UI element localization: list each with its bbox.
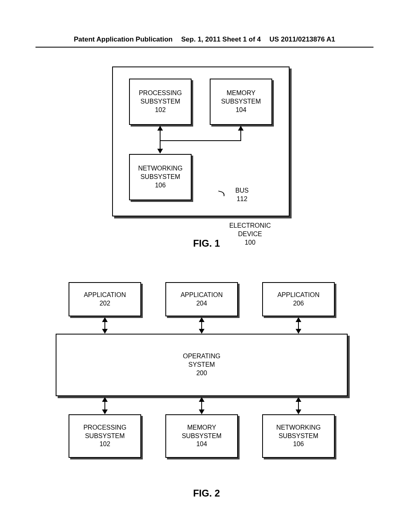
networking-ref-num: 106 — [155, 181, 166, 190]
processing-subsystem-102-box: PROCESSING SUBSYSTEM 102 — [69, 414, 141, 458]
sub3-ref-num: 106 — [293, 440, 304, 449]
arrowhead-icon — [199, 397, 204, 402]
app2-label: APPLICATION — [181, 291, 223, 299]
arrowhead-icon — [296, 329, 301, 334]
memory-ref-num: 104 — [236, 106, 246, 114]
os-label-2: SYSTEM — [188, 361, 215, 369]
networking-subsystem-106-box: NETWORKING SUBSYSTEM 106 — [262, 414, 335, 458]
os-label-1: OPERATING — [183, 352, 220, 361]
os-ref-num: 200 — [196, 369, 207, 378]
arrowhead-icon — [102, 397, 108, 402]
networking-subsystem-box: NETWORKING SUBSYSTEM 106 — [129, 154, 192, 200]
sub2-ref-num: 104 — [196, 440, 207, 449]
device-text-2: DEVICE — [238, 231, 262, 237]
arrowhead-icon — [238, 126, 244, 131]
app3-label: APPLICATION — [277, 291, 320, 299]
electronic-device-box: PROCESSING SUBSYSTEM 102 MEMORY SUBSYSTE… — [112, 66, 290, 216]
arrowhead-icon — [199, 329, 204, 334]
app2-ref-num: 204 — [196, 299, 207, 308]
page-header: Patent Application Publication Sep. 1, 2… — [35, 35, 373, 48]
figure-1-caption: FIG. 1 — [0, 238, 413, 249]
arrowhead-icon — [102, 329, 108, 334]
arrowhead-icon — [199, 409, 204, 414]
processing-subsystem-box: PROCESSING SUBSYSTEM 102 — [129, 79, 192, 125]
device-text-1: ELECTRONIC — [229, 222, 271, 229]
application-206-box: APPLICATION 206 — [262, 282, 335, 316]
app1-label: APPLICATION — [84, 291, 126, 299]
memory-subsystem-box: MEMORY SUBSYSTEM 104 — [210, 79, 272, 125]
arrowhead-icon — [296, 397, 301, 402]
bus-text: BUS — [236, 187, 249, 194]
sub2-label-2: SUBSYSTEM — [182, 432, 222, 441]
bus-label: BUS 112 — [226, 187, 258, 204]
figure-2-caption: FIG. 2 — [0, 488, 413, 499]
processing-label-2: SUBSYSTEM — [140, 98, 180, 106]
memory-subsystem-104-box: MEMORY SUBSYSTEM 104 — [165, 414, 238, 458]
sub3-label-2: SUBSYSTEM — [279, 432, 319, 441]
figure-2: APPLICATION 202 APPLICATION 204 APPLICAT… — [0, 274, 413, 500]
application-204-box: APPLICATION 204 — [165, 282, 238, 316]
arrowhead-icon — [157, 149, 163, 154]
header-center: Sep. 1, 2011 Sheet 1 of 4 — [181, 35, 261, 44]
operating-system-box: OPERATING SYSTEM 200 — [56, 334, 348, 396]
app3-ref-num: 206 — [293, 299, 304, 308]
application-202-box: APPLICATION 202 — [69, 282, 141, 316]
arrowhead-icon — [102, 409, 108, 414]
processing-ref-num: 102 — [155, 106, 166, 114]
bus-ref-num: 112 — [237, 195, 248, 202]
sub1-label-2: SUBSYSTEM — [85, 432, 125, 441]
sub1-label-1: PROCESSING — [83, 424, 127, 432]
networking-label-2: SUBSYSTEM — [140, 173, 180, 181]
arrowhead-icon — [102, 317, 108, 322]
arrowhead-icon — [296, 409, 301, 414]
networking-label-1: NETWORKING — [138, 164, 182, 173]
arrowhead-icon — [296, 317, 301, 322]
sub2-label-1: MEMORY — [187, 424, 216, 432]
header-left: Patent Application Publication — [74, 35, 173, 44]
app1-ref-num: 202 — [100, 299, 111, 308]
bus-line — [160, 140, 241, 141]
figure-1: PROCESSING SUBSYSTEM 102 MEMORY SUBSYSTE… — [0, 62, 413, 268]
header-right: US 2011/0213876 A1 — [269, 35, 335, 44]
memory-label-1: MEMORY — [227, 89, 256, 98]
arrowhead-icon — [199, 317, 204, 322]
sub1-ref-num: 102 — [100, 440, 111, 449]
processing-label-1: PROCESSING — [139, 89, 182, 98]
arrowhead-icon — [157, 126, 163, 131]
sub3-label-1: NETWORKING — [276, 424, 321, 432]
memory-label-2: SUBSYSTEM — [221, 98, 261, 106]
